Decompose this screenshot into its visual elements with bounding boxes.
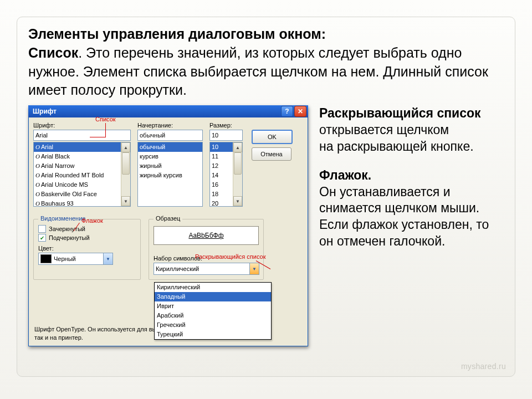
scrollbar[interactable]: ▲ ▼ [233, 142, 242, 206]
color-dropdown[interactable]: Черный ▼ [38, 253, 113, 265]
chevron-down-icon[interactable]: ▼ [103, 253, 112, 264]
font-dialog: Шрифт ? ✕ Список Шрифт: Arial OArial OAr… [28, 105, 308, 346]
headline-bold1: Элементы управления диалоговым окном: [28, 26, 326, 42]
list-item[interactable]: OArial Narrow [34, 161, 130, 171]
style-field[interactable]: обычный [137, 130, 203, 141]
font-field[interactable]: Arial [33, 130, 131, 141]
headline: Элементы управления диалоговым окном: Сп… [28, 25, 504, 100]
underline-checkbox[interactable]: ✔Подчеркнутый [38, 234, 136, 242]
strikethrough-checkbox[interactable]: Зачеркнутый [38, 225, 136, 233]
font-label: Шрифт: [33, 122, 131, 129]
dialog-title: Шрифт [33, 108, 280, 115]
dialog-titlebar[interactable]: Шрифт ? ✕ [28, 105, 308, 117]
color-swatch [40, 254, 52, 263]
list-item[interactable]: Греческий [155, 320, 271, 330]
scroll-down-icon[interactable]: ▼ [121, 196, 130, 206]
list-item[interactable]: OBauhaus 93 [34, 199, 130, 207]
color-label: Цвет: [38, 245, 136, 252]
ok-button[interactable]: OK [252, 130, 293, 144]
size-label: Размер: [209, 122, 243, 129]
sample-group-title: Образец [154, 215, 182, 222]
charset-list-popup[interactable]: Кириллический Западный Иврит Арабский Гр… [154, 282, 272, 340]
list-item[interactable]: жирный [138, 161, 202, 171]
size-field[interactable]: 10 [209, 130, 243, 141]
callout-list-line2 [90, 137, 106, 137]
list-item[interactable]: OBaskerville Old Face [34, 190, 130, 199]
list-item[interactable]: OArial Unicode MS [34, 180, 130, 190]
list-item[interactable]: жирный курсив [138, 171, 202, 180]
headline-bold2: Список [28, 45, 78, 60]
right-text: Раскрывающийся список открывается щелчко… [319, 105, 504, 346]
scrollbar[interactable]: ▲ ▼ [121, 142, 130, 206]
list-item[interactable]: OArial [34, 142, 130, 152]
list-item[interactable]: OArial Black [34, 152, 130, 161]
charset-dropdown[interactable]: Кириллический ▼ [154, 263, 259, 275]
list-item[interactable]: курсив [138, 152, 202, 161]
scroll-down-icon[interactable]: ▼ [233, 196, 242, 206]
style-listbox[interactable]: обычный курсив жирный жирный курсив [137, 142, 203, 207]
headline-rest: . Это перечень значений, из которых след… [28, 45, 488, 98]
chevron-down-icon[interactable]: ▼ [249, 263, 259, 274]
list-item[interactable]: Западный [155, 292, 271, 301]
scroll-thumb[interactable] [122, 152, 130, 175]
callout-dropdown: Раскрывающийся список [195, 253, 266, 260]
scroll-up-icon[interactable]: ▲ [233, 142, 242, 152]
watermark: myshared.ru [461, 362, 506, 371]
sample-text: AaBbБбФф [154, 226, 259, 245]
scroll-thumb[interactable] [234, 152, 242, 175]
list-item[interactable]: OArial Rounded MT Bold [34, 171, 130, 180]
callout-list: Список [95, 116, 116, 122]
callout-checkbox: Флажок [81, 217, 103, 224]
list-item[interactable]: Турецкий [155, 330, 271, 339]
callout-list-line [105, 123, 106, 137]
style-label: Начертание: [137, 122, 203, 129]
cancel-button[interactable]: Отмена [252, 147, 291, 161]
list-item[interactable]: Кириллический [155, 283, 271, 292]
size-listbox[interactable]: 10 11 12 14 16 18 20 ▲ ▼ [209, 142, 243, 207]
list-item[interactable]: обычный [138, 142, 202, 152]
list-item[interactable]: Арабский [155, 311, 271, 320]
scroll-up-icon[interactable]: ▲ [121, 142, 130, 152]
font-listbox[interactable]: OArial OArial Black OArial Narrow OArial… [33, 142, 131, 207]
effects-group-title: Видоизменение [38, 215, 88, 222]
list-item[interactable]: Иврит [155, 301, 271, 311]
help-button[interactable]: ? [281, 106, 293, 117]
close-button[interactable]: ✕ [294, 106, 306, 117]
